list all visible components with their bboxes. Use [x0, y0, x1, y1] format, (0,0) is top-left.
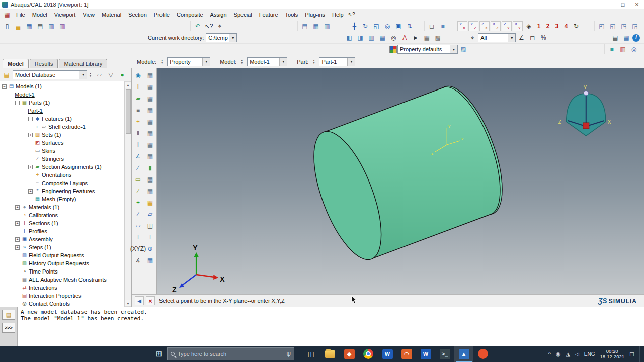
network-icon[interactable] — [566, 351, 570, 357]
filter-icon[interactable]: ▽ — [106, 70, 116, 80]
open-icon[interactable]: ▄ — [13, 21, 23, 31]
saved-view-3-icon[interactable]: 3 — [553, 21, 561, 31]
menu-section[interactable]: Section — [125, 10, 150, 19]
assign-beam-orientation-icon[interactable]: ∠ — [132, 151, 144, 162]
render-beam-profiles-icon[interactable]: ▮ — [144, 162, 156, 173]
menu-composite[interactable]: Composite — [173, 10, 207, 19]
viewport-front-icon[interactable]: ◨ — [355, 33, 365, 43]
save-icon[interactable]: ▦ — [24, 21, 34, 31]
message-area-tab[interactable] — [2, 310, 15, 320]
wireframe-icon[interactable]: ◻ — [427, 21, 437, 31]
percent-select-icon[interactable]: % — [538, 33, 548, 43]
menu-assign[interactable]: Assign — [207, 10, 230, 19]
new-viewport-icon[interactable]: ◰ — [597, 21, 607, 31]
tree-item-materials-1[interactable]: +●Materials (1) — [0, 203, 124, 211]
tab-material-library[interactable]: Material Library — [59, 59, 107, 68]
tree-item-stringers[interactable]: ∕Stringers — [0, 155, 124, 163]
matlab-button[interactable]: ◠ — [397, 346, 416, 362]
menu-material[interactable]: Material — [98, 10, 125, 19]
view-top-icon[interactable]: ZX — [479, 21, 490, 31]
new-model-icon[interactable]: ▯ — [2, 21, 12, 31]
tree-item-steps-1[interactable]: +»Steps (1) — [0, 243, 124, 251]
tree-item-model-1[interactable]: −Model-1 — [0, 90, 124, 99]
material-orientation-manager-icon[interactable]: ▦ — [144, 116, 156, 127]
fit-view-icon[interactable]: ▣ — [393, 21, 404, 31]
tree-item-contact-controls[interactable]: ◎Contact Controls — [0, 300, 124, 307]
tree-item-interaction-properties[interactable]: ▤Interaction Properties — [0, 292, 124, 300]
database-stepper[interactable] — [88, 71, 93, 79]
query-table-icon[interactable]: ▦ — [621, 33, 631, 43]
tree-expander[interactable]: + — [15, 237, 20, 242]
scroll-down-icon[interactable]: ▼ — [125, 300, 132, 307]
cancel-prompt-button[interactable] — [146, 296, 155, 305]
create-stringer-icon[interactable]: ∕ — [132, 186, 144, 197]
menu-feature[interactable]: Feature — [256, 10, 282, 19]
volume-icon[interactable] — [575, 351, 579, 357]
maximize-button[interactable] — [616, 0, 630, 9]
tree-expander[interactable]: + — [28, 165, 33, 169]
create-datum-axis-icon[interactable]: ∕ — [132, 209, 144, 220]
tree-expander[interactable]: − — [15, 101, 20, 105]
cut-table-icon[interactable]: ▤ — [300, 21, 310, 31]
tree-item-section-assignments-1[interactable]: +▰Section Assignments (1) — [0, 163, 124, 171]
print-icon[interactable]: ▤ — [35, 21, 45, 31]
create-material-icon[interactable]: ◉ — [132, 70, 144, 81]
annotation-icon[interactable]: A — [399, 33, 410, 43]
search-input[interactable]: Type here to search — [167, 347, 294, 360]
part-combo[interactable]: Part-1 — [319, 57, 355, 66]
show-desktop-button[interactable] — [639, 346, 642, 362]
tree-item-part-1[interactable]: −Part-1 — [0, 107, 124, 115]
zoom-box-icon[interactable]: ◱ — [371, 21, 381, 31]
tree-item-engineering-features[interactable]: +*Engineering Features — [0, 187, 124, 195]
tree-item-composite-layups[interactable]: ≡Composite Layups — [0, 179, 124, 187]
stringer-manager-icon[interactable]: ▦ — [144, 186, 156, 197]
previous-prompt-button[interactable] — [135, 296, 144, 305]
tree-item-sets-1[interactable]: +▨Sets (1) — [0, 131, 124, 139]
color-code-combo[interactable]: Property defaults — [397, 45, 458, 54]
tree-edit-icon[interactable]: ▱ — [94, 70, 104, 80]
context-help-icon[interactable]: ↖? — [204, 21, 214, 31]
section-manager-icon[interactable]: ▦ — [144, 81, 156, 93]
saved-view-1-icon[interactable]: 1 — [535, 21, 543, 31]
saved-view-4-icon[interactable]: 4 — [562, 21, 570, 31]
undo-icon[interactable]: ↶ — [193, 21, 203, 31]
csys-tool-icon[interactable]: ⊕ — [144, 243, 156, 254]
terminal-button[interactable]: >_ — [435, 346, 454, 362]
datum-grid-icon[interactable]: ▦ — [144, 197, 156, 208]
browser-orange-button[interactable] — [473, 346, 493, 362]
view-front-icon[interactable]: YX — [457, 21, 467, 31]
iso-view-icon[interactable]: ◈ — [524, 21, 534, 31]
layers-icon[interactable]: ▤ — [610, 33, 620, 43]
model-combo[interactable]: Model-1 — [247, 57, 287, 66]
create-datum-point-icon[interactable]: + — [132, 197, 144, 208]
grid-snap-icon[interactable]: ▩ — [433, 33, 443, 43]
create-section-icon[interactable]: I — [132, 81, 144, 93]
options-table-icon[interactable]: ▦ — [144, 255, 156, 266]
model-database-icon[interactable]: ▤ — [2, 70, 12, 80]
color-options-icon[interactable]: ▨ — [458, 44, 468, 54]
report-icon[interactable]: ▥ — [46, 21, 56, 31]
teal-cube-icon[interactable]: ■ — [607, 44, 617, 54]
tree-expander[interactable]: − — [2, 84, 7, 89]
tree-item-field-output-requests[interactable]: ▥Field Output Requests — [0, 251, 124, 259]
word2-button[interactable]: W — [416, 346, 435, 362]
box-select-icon[interactable]: ◻ — [527, 33, 537, 43]
magnify-icon[interactable]: ◎ — [382, 21, 392, 31]
tree-expander[interactable]: + — [15, 245, 20, 250]
partition-icon[interactable]: ◫ — [144, 220, 156, 231]
journal-icon[interactable]: ▥ — [57, 21, 67, 31]
view-left-icon[interactable]: ZY — [502, 21, 512, 31]
tree-expander[interactable]: − — [22, 109, 26, 113]
menu-file[interactable]: File — [13, 10, 29, 19]
angle-select-icon[interactable]: ∠ — [516, 33, 526, 43]
datum-plane2-icon[interactable]: ▱ — [144, 209, 156, 220]
xyz-point-icon[interactable]: (XYZ) — [132, 243, 144, 254]
beam-orientation-manager-icon[interactable]: ▦ — [144, 151, 156, 162]
view-back-icon[interactable]: YZ — [468, 21, 478, 31]
language-indicator[interactable]: ENG — [584, 351, 595, 357]
tree-item-profiles[interactable]: IProfiles — [0, 227, 124, 235]
menu-view[interactable]: View — [79, 10, 98, 19]
module-combo[interactable]: Property — [167, 57, 210, 66]
pan-icon[interactable]: ╋ — [349, 21, 359, 31]
assign-section-icon[interactable]: ▰ — [132, 93, 144, 104]
